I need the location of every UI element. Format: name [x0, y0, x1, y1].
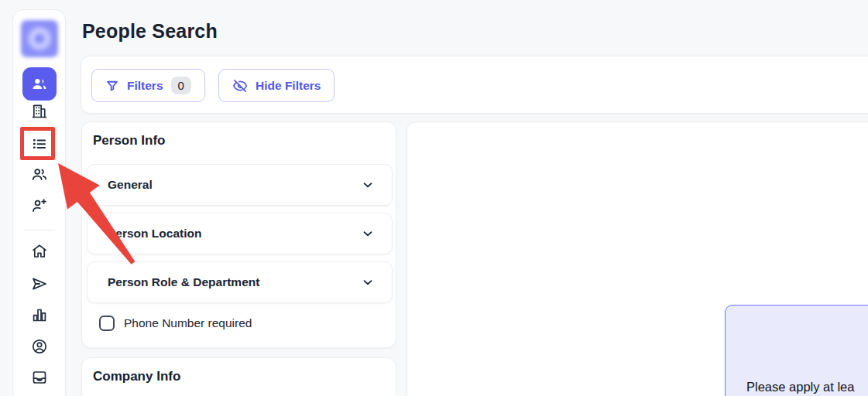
chevron-down-icon [361, 227, 375, 241]
chevron-down-icon [361, 275, 375, 289]
add-person-icon [30, 196, 49, 215]
sidebar-item-people[interactable] [22, 67, 57, 101]
filters-button[interactable]: Filters 0 [91, 69, 205, 102]
sidebar-item-add-person[interactable] [30, 196, 49, 215]
sidebar [12, 9, 66, 396]
lists-icon [30, 135, 49, 153]
sidebar-item-contacts[interactable] [30, 166, 49, 184]
inbox-icon [30, 368, 49, 387]
hide-filters-button[interactable]: Hide Filters [218, 69, 335, 102]
phone-number-required-checkbox[interactable] [99, 316, 115, 331]
results-panel: Please apply at lea [407, 121, 868, 396]
sidebar-divider [24, 230, 55, 230]
sidebar-item-company[interactable] [30, 102, 49, 121]
accordion-general[interactable]: General [87, 164, 393, 206]
apply-filter-notice: Please apply at lea [725, 305, 868, 396]
accordion-person-location-label: Person Location [108, 227, 201, 241]
phone-number-required-row[interactable]: Phone Number required [99, 316, 252, 331]
sidebar-item-home[interactable] [30, 242, 49, 261]
person-info-title: Person Info [93, 133, 166, 148]
company-info-panel: Company Info [81, 357, 396, 396]
people-icon [30, 75, 49, 94]
send-icon [30, 275, 49, 293]
filter-funnel-icon [105, 79, 119, 93]
home-icon [30, 242, 49, 261]
filters-button-label: Filters [127, 79, 163, 93]
hide-filters-button-label: Hide Filters [256, 79, 321, 93]
contacts-icon [30, 166, 49, 184]
sidebar-item-send[interactable] [30, 275, 49, 293]
sidebar-item-account[interactable] [30, 337, 49, 356]
person-info-panel: Person Info General Person Location Pers… [81, 121, 396, 348]
company-info-title: Company Info [93, 369, 180, 384]
sidebar-item-lists[interactable] [30, 135, 49, 153]
eye-off-icon [232, 78, 248, 94]
company-icon [30, 102, 49, 121]
analytics-icon [30, 306, 49, 324]
chevron-down-icon [361, 178, 375, 192]
page-title: People Search [82, 20, 218, 43]
sidebar-item-inbox[interactable] [30, 368, 49, 387]
app-logo [21, 20, 58, 57]
phone-number-required-label: Phone Number required [124, 316, 252, 330]
apply-filter-notice-text: Please apply at lea [746, 380, 854, 394]
accordion-person-role-department-label: Person Role & Department [108, 275, 259, 289]
filters-count-badge: 0 [171, 77, 191, 94]
sidebar-item-analytics[interactable] [30, 306, 49, 324]
accordion-person-role-department[interactable]: Person Role & Department [87, 261, 393, 303]
accordion-general-label: General [108, 178, 153, 192]
accordion-person-location[interactable]: Person Location [87, 213, 393, 254]
account-icon [30, 337, 49, 356]
toolbar: Filters 0 Hide Filters [81, 56, 868, 114]
